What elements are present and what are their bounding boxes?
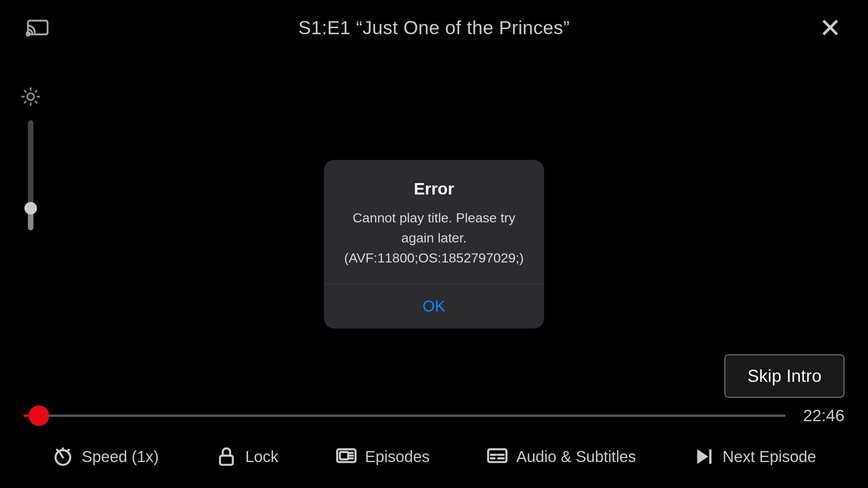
audio-subtitles-button[interactable]: Audio & Subtitles [486,446,636,468]
audio-subtitles-label: Audio & Subtitles [516,448,636,466]
skip-intro-button[interactable]: Skip Intro [725,354,844,398]
speed-label: Speed (1x) [82,448,159,466]
progress-bar[interactable] [24,415,785,417]
next-episode-label: Next Episode [723,448,816,466]
progress-area: 22:46 [0,406,868,425]
dialog-message: Cannot play title. Please try again late… [344,208,524,268]
svg-rect-16 [340,452,348,459]
progress-thumb[interactable] [29,405,49,426]
ok-button[interactable]: OK [324,284,544,328]
audio-subtitles-icon [486,446,508,468]
speed-icon [52,446,74,468]
error-dialog: Error Cannot play title. Please try agai… [324,160,544,328]
svg-marker-25 [697,449,708,464]
dialog-actions: OK [324,284,544,328]
time-display: 22:46 [797,406,844,425]
lock-button[interactable]: Lock [215,446,279,468]
dialog-title: Error [344,180,524,198]
controls-bar: Speed (1x) Lock Episodes Audio & Subtitl… [0,425,868,488]
svg-rect-14 [220,456,233,465]
next-episode-icon [693,446,715,468]
episodes-label: Episodes [365,448,430,466]
speed-button[interactable]: Speed (1x) [52,446,159,468]
lock-label: Lock [245,448,279,466]
next-episode-button[interactable]: Next Episode [693,446,816,468]
svg-rect-26 [709,449,712,464]
dialog-body: Error Cannot play title. Please try agai… [324,160,544,284]
episodes-button[interactable]: Episodes [335,446,430,468]
episodes-icon [335,446,357,468]
lock-icon [215,446,237,468]
